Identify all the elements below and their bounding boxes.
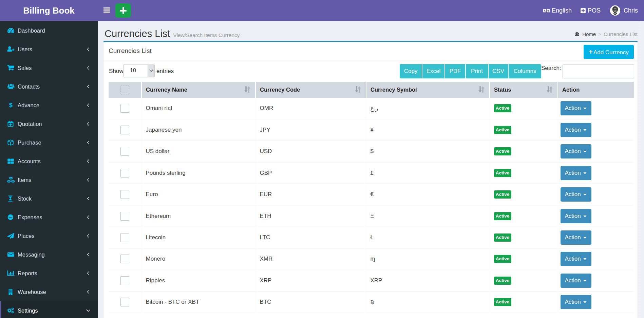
svg-text:$: $ bbox=[9, 102, 13, 108]
